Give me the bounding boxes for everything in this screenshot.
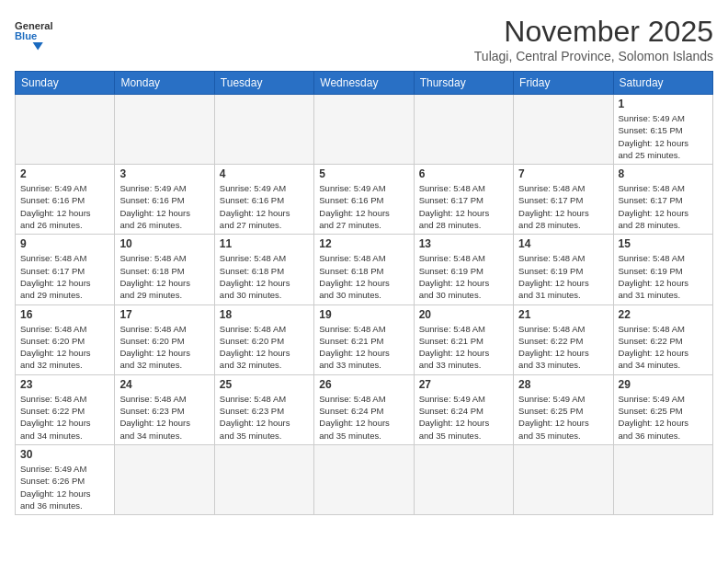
calendar-cell [214,444,313,514]
day-info: Sunrise: 5:48 AM Sunset: 6:22 PM Dayligh… [20,393,109,442]
day-number: 3 [119,167,209,180]
day-info: Sunrise: 5:48 AM Sunset: 6:19 PM Dayligh… [518,252,608,301]
calendar-header-tuesday: Tuesday [214,72,313,95]
svg-marker-2 [33,42,43,50]
calendar-cell: 5Sunrise: 5:49 AM Sunset: 6:16 PM Daylig… [314,165,414,235]
day-number: 16 [20,308,109,321]
calendar-cell: 25Sunrise: 5:48 AM Sunset: 6:23 PM Dayli… [214,374,313,444]
day-number: 17 [119,308,209,321]
calendar-cell: 30Sunrise: 5:49 AM Sunset: 6:26 PM Dayli… [16,444,115,514]
calendar-cell: 4Sunrise: 5:49 AM Sunset: 6:16 PM Daylig… [214,165,313,235]
day-number: 22 [619,308,708,321]
calendar-cell [314,444,414,514]
day-number: 23 [20,378,109,391]
calendar-cell: 13Sunrise: 5:48 AM Sunset: 6:19 PM Dayli… [414,235,513,304]
calendar-cell: 18Sunrise: 5:48 AM Sunset: 6:20 PM Dayli… [214,304,313,374]
calendar-cell: 16Sunrise: 5:48 AM Sunset: 6:20 PM Dayli… [16,304,115,374]
day-info: Sunrise: 5:48 AM Sunset: 6:17 PM Dayligh… [518,182,608,231]
day-number: 10 [119,237,209,250]
calendar-cell [414,444,513,514]
calendar-cell: 20Sunrise: 5:48 AM Sunset: 6:21 PM Dayli… [414,304,513,374]
calendar-header-thursday: Thursday [414,72,513,95]
day-info: Sunrise: 5:48 AM Sunset: 6:21 PM Dayligh… [419,323,508,372]
day-number: 20 [419,308,508,321]
calendar-cell [115,444,214,514]
day-number: 12 [319,237,408,250]
day-number: 8 [619,167,708,180]
calendar-cell [514,95,613,165]
day-number: 21 [518,308,608,321]
day-info: Sunrise: 5:49 AM Sunset: 6:25 PM Dayligh… [619,393,708,442]
calendar-cell: 14Sunrise: 5:48 AM Sunset: 6:19 PM Dayli… [514,235,613,304]
calendar-header-wednesday: Wednesday [314,72,414,95]
day-info: Sunrise: 5:48 AM Sunset: 6:24 PM Dayligh… [319,393,408,442]
generalblue-logo: General Blue [15,15,53,53]
day-number: 19 [319,308,408,321]
calendar-cell: 9Sunrise: 5:48 AM Sunset: 6:17 PM Daylig… [16,235,115,304]
svg-text:General: General [15,20,53,31]
month-title: November 2025 [474,15,713,49]
day-number: 2 [20,167,109,180]
day-info: Sunrise: 5:48 AM Sunset: 6:21 PM Dayligh… [319,323,408,372]
calendar-cell: 28Sunrise: 5:49 AM Sunset: 6:25 PM Dayli… [514,374,613,444]
day-info: Sunrise: 5:48 AM Sunset: 6:17 PM Dayligh… [619,182,708,231]
calendar-week-4: 16Sunrise: 5:48 AM Sunset: 6:20 PM Dayli… [16,304,713,374]
calendar-table: SundayMondayTuesdayWednesdayThursdayFrid… [15,71,713,515]
calendar-header-monday: Monday [115,72,214,95]
day-number: 9 [20,237,109,250]
calendar-cell: 2Sunrise: 5:49 AM Sunset: 6:16 PM Daylig… [16,165,115,235]
location-subtitle: Tulagi, Central Province, Solomon Island… [474,49,713,63]
calendar-cell [314,95,414,165]
calendar-cell: 1Sunrise: 5:49 AM Sunset: 6:15 PM Daylig… [613,95,712,165]
day-info: Sunrise: 5:49 AM Sunset: 6:25 PM Dayligh… [518,393,608,442]
calendar-header-saturday: Saturday [613,72,712,95]
calendar-week-2: 2Sunrise: 5:49 AM Sunset: 6:16 PM Daylig… [16,165,713,235]
day-info: Sunrise: 5:48 AM Sunset: 6:18 PM Dayligh… [319,252,408,301]
day-number: 24 [119,378,209,391]
day-info: Sunrise: 5:48 AM Sunset: 6:19 PM Dayligh… [619,252,708,301]
day-info: Sunrise: 5:48 AM Sunset: 6:20 PM Dayligh… [220,323,309,372]
calendar-cell: 19Sunrise: 5:48 AM Sunset: 6:21 PM Dayli… [314,304,414,374]
svg-text:Blue: Blue [15,30,37,41]
day-number: 4 [220,167,309,180]
day-number: 25 [220,378,309,391]
calendar-cell [414,95,513,165]
calendar-cell: 8Sunrise: 5:48 AM Sunset: 6:17 PM Daylig… [613,165,712,235]
day-info: Sunrise: 5:48 AM Sunset: 6:23 PM Dayligh… [119,393,209,442]
day-number: 27 [419,378,508,391]
day-number: 15 [619,237,708,250]
calendar-cell: 17Sunrise: 5:48 AM Sunset: 6:20 PM Dayli… [115,304,214,374]
calendar-cell [613,444,712,514]
calendar-cell [115,95,214,165]
day-number: 5 [319,167,408,180]
calendar-header-row: SundayMondayTuesdayWednesdayThursdayFrid… [16,72,713,95]
calendar-cell [214,95,313,165]
day-info: Sunrise: 5:48 AM Sunset: 6:18 PM Dayligh… [119,252,209,301]
day-info: Sunrise: 5:49 AM Sunset: 6:16 PM Dayligh… [319,182,408,231]
day-info: Sunrise: 5:49 AM Sunset: 6:16 PM Dayligh… [220,182,309,231]
day-info: Sunrise: 5:48 AM Sunset: 6:23 PM Dayligh… [220,393,309,442]
page-header: General Blue November 2025 Tulagi, Centr… [15,15,713,63]
calendar-cell: 12Sunrise: 5:48 AM Sunset: 6:18 PM Dayli… [314,235,414,304]
day-number: 30 [20,448,109,461]
calendar-cell: 15Sunrise: 5:48 AM Sunset: 6:19 PM Dayli… [613,235,712,304]
calendar-cell: 29Sunrise: 5:49 AM Sunset: 6:25 PM Dayli… [613,374,712,444]
calendar-cell: 24Sunrise: 5:48 AM Sunset: 6:23 PM Dayli… [115,374,214,444]
day-info: Sunrise: 5:48 AM Sunset: 6:17 PM Dayligh… [20,252,109,301]
day-info: Sunrise: 5:48 AM Sunset: 6:18 PM Dayligh… [220,252,309,301]
day-number: 29 [619,378,708,391]
calendar-week-6: 30Sunrise: 5:49 AM Sunset: 6:26 PM Dayli… [16,444,713,514]
day-info: Sunrise: 5:49 AM Sunset: 6:24 PM Dayligh… [419,393,508,442]
calendar-cell: 22Sunrise: 5:48 AM Sunset: 6:22 PM Dayli… [613,304,712,374]
day-info: Sunrise: 5:48 AM Sunset: 6:20 PM Dayligh… [20,323,109,372]
day-info: Sunrise: 5:48 AM Sunset: 6:22 PM Dayligh… [518,323,608,372]
day-number: 1 [619,98,708,110]
day-info: Sunrise: 5:49 AM Sunset: 6:15 PM Dayligh… [619,112,708,161]
calendar-cell: 7Sunrise: 5:48 AM Sunset: 6:17 PM Daylig… [514,165,613,235]
day-info: Sunrise: 5:48 AM Sunset: 6:22 PM Dayligh… [619,323,708,372]
calendar-cell: 6Sunrise: 5:48 AM Sunset: 6:17 PM Daylig… [414,165,513,235]
day-number: 7 [518,167,608,180]
calendar-cell [514,444,613,514]
calendar-cell: 27Sunrise: 5:49 AM Sunset: 6:24 PM Dayli… [414,374,513,444]
logo: General Blue [15,15,53,53]
